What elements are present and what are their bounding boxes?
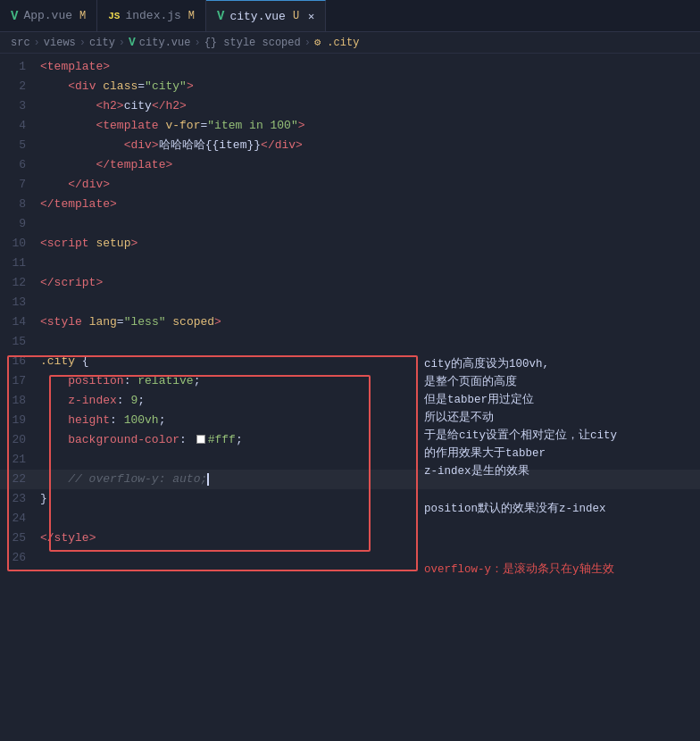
code-line: 4 <template v-for="item in 100"> (0, 116, 700, 136)
breadcrumb: src › views › city › V city.vue › {} sty… (0, 32, 700, 54)
code-line: 22 // overflow-y: auto; (0, 470, 700, 489)
line-content[interactable]: <template> (40, 57, 700, 77)
line-number: 10 (0, 234, 40, 254)
vue-icon: V (11, 9, 18, 23)
code-line: 10 <script setup> (0, 234, 700, 254)
line-content[interactable]: </style> (40, 529, 700, 548)
code-line: 11 (0, 254, 700, 273)
tab-index-js[interactable]: JS index.js M (97, 0, 206, 31)
line-number: 8 (0, 195, 40, 214)
line-content[interactable]: position: relative; (40, 371, 700, 391)
tab-label: index.js (125, 9, 180, 22)
bc-city-vue: city.vue (139, 37, 191, 49)
line-content[interactable]: z-index: 9; (40, 391, 700, 411)
bc-sep: › (79, 37, 86, 49)
line-content[interactable]: <div>哈哈哈哈{{item}}</div> (40, 136, 700, 155)
line-number: 3 (0, 96, 40, 116)
code-line: 7 </div> (0, 175, 700, 195)
line-number: 24 (0, 509, 40, 529)
line-number: 25 (0, 529, 40, 548)
line-number: 2 (0, 77, 40, 96)
bc-vue-icon: V (129, 36, 136, 49)
line-number: 13 (0, 293, 40, 312)
bc-city-folder: city (89, 37, 115, 49)
line-number: 1 (0, 57, 40, 77)
editor: 1 <template> 2 <div class="city"> 3 <h2>… (0, 54, 700, 568)
code-line: 18 z-index: 9; (0, 391, 700, 411)
line-number: 5 (0, 136, 40, 155)
line-content[interactable]: height: 100vh; (40, 411, 700, 430)
bc-sep: › (194, 37, 200, 49)
text-cursor (207, 473, 209, 486)
bc-style: {} style scoped (204, 37, 301, 49)
tab-badge: M (79, 10, 86, 22)
code-line: 5 <div>哈哈哈哈{{item}}</div> (0, 136, 700, 155)
line-number: 21 (0, 450, 40, 470)
line-content[interactable]: .city { (40, 352, 700, 371)
line-content[interactable]: <template v-for="item in 100"> (40, 116, 700, 136)
line-number: 9 (0, 214, 40, 234)
code-line: 20 background-color: #fff; (0, 430, 700, 450)
code-line: 21 (0, 450, 700, 470)
code-line: 9 (0, 214, 700, 234)
code-line: 19 height: 100vh; (0, 411, 700, 430)
tab-label: city.vue (229, 10, 285, 23)
tab-city-vue[interactable]: V city.vue U ✕ (206, 0, 326, 31)
bc-sep: › (304, 37, 311, 49)
code-line: 6 </template> (0, 155, 700, 175)
tab-badge: U (293, 10, 299, 22)
code-line: 25 </style> (0, 529, 700, 548)
bc-sep: › (34, 37, 40, 49)
bc-views: views (44, 37, 76, 49)
line-number: 12 (0, 273, 40, 293)
line-content[interactable]: } (40, 489, 700, 509)
tab-label: App.vue (23, 9, 72, 22)
code-line: 14 <style lang="less" scoped> (0, 312, 700, 332)
code-line: 23 } (0, 489, 700, 509)
tab-close-button[interactable]: ✕ (308, 10, 314, 23)
line-number: 7 (0, 175, 40, 195)
code-line: 24 (0, 509, 700, 529)
tab-badge: M (188, 10, 195, 22)
line-number: 6 (0, 155, 40, 175)
bc-city-class: ⚙ .city (314, 36, 359, 49)
vue-icon: V (217, 9, 224, 23)
line-number: 23 (0, 489, 40, 509)
tab-app-vue[interactable]: V App.vue M (0, 0, 97, 31)
line-content[interactable]: <script setup> (40, 234, 700, 254)
line-number: 26 (0, 548, 40, 568)
line-number: 17 (0, 371, 40, 391)
line-content[interactable]: </template> (40, 155, 700, 175)
bc-sep: › (119, 37, 125, 49)
code-line: 12 </script> (0, 273, 700, 293)
code-line: 15 (0, 332, 700, 352)
code-line: 3 <h2>city</h2> (0, 96, 700, 116)
line-number: 16 (0, 352, 40, 371)
line-number: 14 (0, 312, 40, 332)
line-content[interactable]: background-color: #fff; (40, 430, 700, 450)
line-content[interactable]: // overflow-y: auto; (40, 470, 700, 489)
code-area: 1 <template> 2 <div class="city"> 3 <h2>… (0, 54, 700, 568)
line-number: 15 (0, 332, 40, 352)
line-number: 20 (0, 430, 40, 450)
line-number: 4 (0, 116, 40, 136)
bc-src: src (11, 37, 30, 49)
line-content[interactable]: </div> (40, 175, 700, 195)
line-content[interactable]: <div class="city"> (40, 77, 700, 96)
line-content[interactable]: <h2>city</h2> (40, 96, 700, 116)
line-number: 19 (0, 411, 40, 430)
code-line: 13 (0, 293, 700, 312)
line-number: 22 (0, 470, 40, 489)
tab-bar: V App.vue M JS index.js M V city.vue U ✕ (0, 0, 700, 32)
code-line: 8 </template> (0, 195, 700, 214)
line-content[interactable]: </script> (40, 273, 700, 293)
line-number: 18 (0, 391, 40, 411)
code-line: 26 (0, 548, 700, 568)
line-content[interactable]: </template> (40, 195, 700, 214)
line-content[interactable]: <style lang="less" scoped> (40, 312, 700, 332)
code-line: 2 <div class="city"> (0, 77, 700, 96)
line-number: 11 (0, 254, 40, 273)
code-line: 17 position: relative; (0, 371, 700, 391)
code-line: 1 <template> (0, 57, 700, 77)
code-line: 16 .city { (0, 352, 700, 371)
